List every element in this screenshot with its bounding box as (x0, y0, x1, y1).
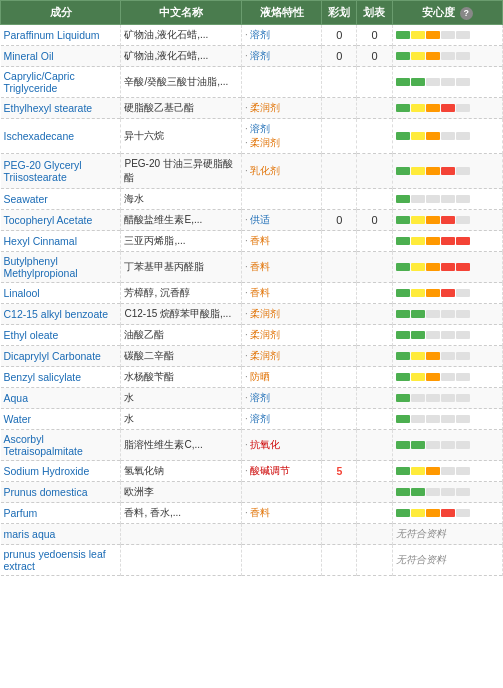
safety-bar-segment (441, 216, 455, 224)
effect-tag: ·溶剂 (245, 49, 318, 63)
ingredient-name[interactable]: Ethylhexyl stearate (4, 102, 93, 114)
safety-bar-segment (396, 441, 410, 449)
ingredient-name[interactable]: Benzyl salicylate (4, 371, 82, 383)
chinese-name-cell: 脂溶性维生素C,... (121, 430, 241, 461)
safety-bar-segment (426, 394, 440, 402)
ingredient-name-cell: Dicaprylyl Carbonate (1, 346, 121, 367)
ingredient-name[interactable]: Dicaprylyl Carbonate (4, 350, 101, 362)
chinese-name: 矿物油,液化石蜡,... (124, 29, 208, 40)
ingredient-name[interactable]: Ascorbyl Tetraisopalmitate (4, 433, 83, 457)
score1-cell (322, 98, 357, 119)
chinese-name-cell: 水 (121, 388, 241, 409)
chinese-name-cell: 硬脂酸乙基己酯 (121, 98, 241, 119)
ingredient-name-cell: Benzyl salicylate (1, 367, 121, 388)
safety-bar (396, 415, 500, 423)
ingredient-name[interactable]: Mineral Oil (4, 50, 54, 62)
safety-bar-segment (441, 310, 455, 318)
effect-dot-icon: · (245, 214, 248, 225)
table-row: Prunus domestica欧洲李 (1, 482, 503, 503)
safety-bar-segment (411, 310, 425, 318)
safety-bar (396, 31, 500, 39)
safety-cell (392, 25, 503, 46)
ingredient-name[interactable]: Ethyl oleate (4, 329, 59, 341)
ingredient-name[interactable]: Sodium Hydroxide (4, 465, 90, 477)
ingredient-name[interactable]: Seawater (4, 193, 48, 205)
safety-bar-segment (456, 195, 470, 203)
safety-bar-segment (456, 263, 470, 271)
safety-cell (392, 461, 503, 482)
col-header-safety: 安心度 ? (392, 1, 503, 25)
effect-cell: ·柔润剂 (241, 325, 321, 346)
ingredient-name[interactable]: Parfum (4, 507, 38, 519)
help-icon[interactable]: ? (460, 7, 473, 20)
score2-cell: 0 (357, 210, 392, 231)
effect-cell: ·溶剂 (241, 409, 321, 430)
effect-cell (241, 524, 321, 545)
ingredient-name[interactable]: maris aqua (4, 528, 56, 540)
safety-cell (392, 210, 503, 231)
safety-bar-segment (396, 415, 410, 423)
effect-tag: ·香料 (245, 286, 318, 300)
safety-cell (392, 409, 503, 430)
safety-bar-segment (396, 52, 410, 60)
effect-label: 溶剂 (250, 391, 270, 405)
table-row: Caprylic/Capric Triglyceride辛酸/癸酸三酸甘油脂,.… (1, 67, 503, 98)
effect-dot-icon: · (245, 371, 248, 382)
score2-cell (357, 231, 392, 252)
safety-bar (396, 352, 500, 360)
ingredient-name[interactable]: Butylphenyl Methylpropional (4, 255, 78, 279)
effect-tag: ·溶剂 (245, 391, 318, 405)
safety-bar-segment (456, 237, 470, 245)
ingredient-name[interactable]: Hexyl Cinnamal (4, 235, 78, 247)
effect-label: 香料 (250, 506, 270, 520)
safety-cell (392, 252, 503, 283)
ingredient-name[interactable]: Tocopheryl Acetate (4, 214, 93, 226)
table-row: Ethyl oleate油酸乙酯·柔润剂 (1, 325, 503, 346)
safety-bar-segment (411, 331, 425, 339)
effect-cell: ·香料 (241, 231, 321, 252)
ingredient-name[interactable]: C12-15 alkyl benzoate (4, 308, 108, 320)
effect-cell: ·溶剂 (241, 46, 321, 67)
effect-tag: ·酸碱调节 (245, 464, 318, 478)
ingredient-name[interactable]: prunus yedoensis leaf extract (4, 548, 106, 572)
ingredient-name-cell: Linalool (1, 283, 121, 304)
score2-value: 0 (371, 214, 377, 226)
ingredient-name[interactable]: Caprylic/Capric Triglyceride (4, 70, 75, 94)
safety-bar (396, 52, 500, 60)
ingredient-name[interactable]: Linalool (4, 287, 40, 299)
chinese-name: 海水 (124, 193, 144, 204)
chinese-name-cell: 异十六烷 (121, 119, 241, 154)
score1-cell: 0 (322, 25, 357, 46)
effect-dot-icon: · (245, 350, 248, 361)
safety-bar-segment (411, 467, 425, 475)
ingredient-name-cell: C12-15 alkyl benzoate (1, 304, 121, 325)
effect-label: 溶剂 (250, 122, 270, 136)
safety-bar-segment (396, 132, 410, 140)
ingredient-name[interactable]: Aqua (4, 392, 29, 404)
ingredient-name[interactable]: Water (4, 413, 32, 425)
score2-cell (357, 119, 392, 154)
safety-bar-segment (456, 509, 470, 517)
score2-cell (357, 98, 392, 119)
score1-cell (322, 119, 357, 154)
safety-cell (392, 430, 503, 461)
safety-cell (392, 46, 503, 67)
effect-dot-icon: · (245, 29, 248, 40)
ingredient-name[interactable]: PEG-20 Glyceryl Triisostearate (4, 159, 82, 183)
effect-tag: ·柔润剂 (245, 136, 318, 150)
safety-cell (392, 98, 503, 119)
safety-bar-segment (396, 237, 410, 245)
ingredient-name[interactable]: Paraffinum Liquidum (4, 29, 100, 41)
safety-bar-segment (456, 31, 470, 39)
safety-bar-segment (426, 289, 440, 297)
score2-cell (357, 388, 392, 409)
safety-bar-segment (396, 31, 410, 39)
safety-cell (392, 67, 503, 98)
safety-bar (396, 310, 500, 318)
effect-tag: ·乳化剂 (245, 164, 318, 178)
ingredient-name[interactable]: Ischexadecane (4, 130, 75, 142)
safety-bar-segment (456, 373, 470, 381)
safety-bar-segment (441, 237, 455, 245)
safety-bar-segment (426, 509, 440, 517)
ingredient-name[interactable]: Prunus domestica (4, 486, 88, 498)
